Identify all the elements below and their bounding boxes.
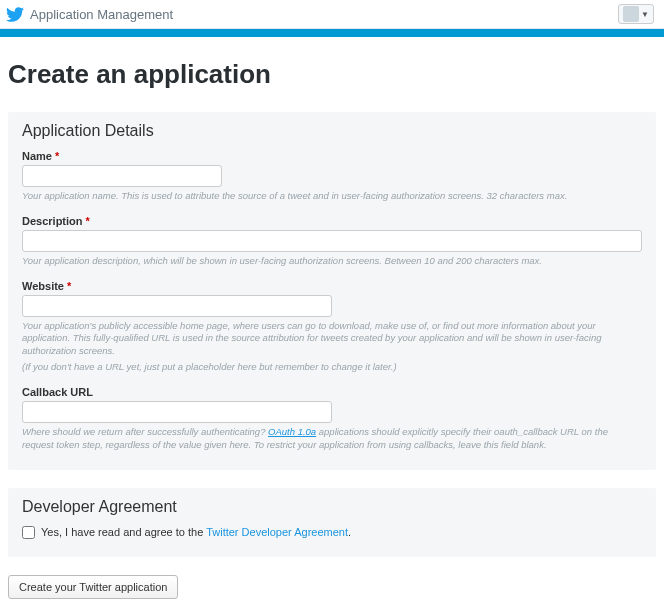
callback-help-pre: Where should we return after successfull… (22, 426, 268, 437)
agreement-text-pre: Yes, I have read and agree to the (41, 526, 206, 538)
accent-bar (0, 29, 664, 37)
description-label: Description * (22, 215, 642, 227)
name-help: Your application name. This is used to a… (22, 190, 642, 203)
required-indicator: * (86, 215, 90, 227)
developer-agreement-heading: Developer Agreement (22, 498, 642, 516)
developer-agreement-panel: Developer Agreement Yes, I have read and… (8, 488, 656, 557)
callback-help: Where should we return after successfull… (22, 426, 642, 452)
agreement-row: Yes, I have read and agree to the Twitte… (22, 526, 642, 539)
application-details-heading: Application Details (22, 122, 642, 140)
caret-down-icon: ▼ (641, 10, 649, 19)
name-input[interactable] (22, 165, 222, 187)
website-input[interactable] (22, 295, 332, 317)
callback-label: Callback URL (22, 386, 642, 398)
topbar-left: Application Management (6, 7, 173, 22)
required-indicator: * (67, 280, 71, 292)
name-field-group: Name * Your application name. This is us… (22, 150, 642, 203)
page-title: Create an application (8, 59, 656, 90)
agreement-text-post: . (348, 526, 351, 538)
developer-agreement-link[interactable]: Twitter Developer Agreement (206, 526, 348, 538)
website-help-1: Your application's publicly accessible h… (22, 320, 642, 358)
description-label-text: Description (22, 215, 83, 227)
website-help-2: (If you don't have a URL yet, just put a… (22, 361, 642, 374)
avatar-icon (623, 6, 639, 22)
topbar: Application Management ▼ (0, 0, 664, 29)
user-menu[interactable]: ▼ (618, 4, 654, 24)
callback-field-group: Callback URL Where should we return afte… (22, 386, 642, 452)
description-help: Your application description, which will… (22, 255, 642, 268)
create-application-button[interactable]: Create your Twitter application (8, 575, 178, 599)
website-label: Website * (22, 280, 642, 292)
name-label: Name * (22, 150, 642, 162)
page: Create an application Application Detail… (0, 37, 664, 600)
description-field-group: Description * Your application descripti… (22, 215, 642, 268)
oauth-link[interactable]: OAuth 1.0a (268, 426, 316, 437)
callback-input[interactable] (22, 401, 332, 423)
website-field-group: Website * Your application's publicly ac… (22, 280, 642, 374)
application-details-panel: Application Details Name * Your applicat… (8, 112, 656, 470)
required-indicator: * (55, 150, 59, 162)
app-title: Application Management (30, 7, 173, 22)
twitter-bird-icon (6, 7, 24, 22)
website-label-text: Website (22, 280, 64, 292)
agreement-checkbox[interactable] (22, 526, 35, 539)
name-label-text: Name (22, 150, 52, 162)
agreement-text: Yes, I have read and agree to the Twitte… (41, 526, 351, 538)
description-input[interactable] (22, 230, 642, 252)
